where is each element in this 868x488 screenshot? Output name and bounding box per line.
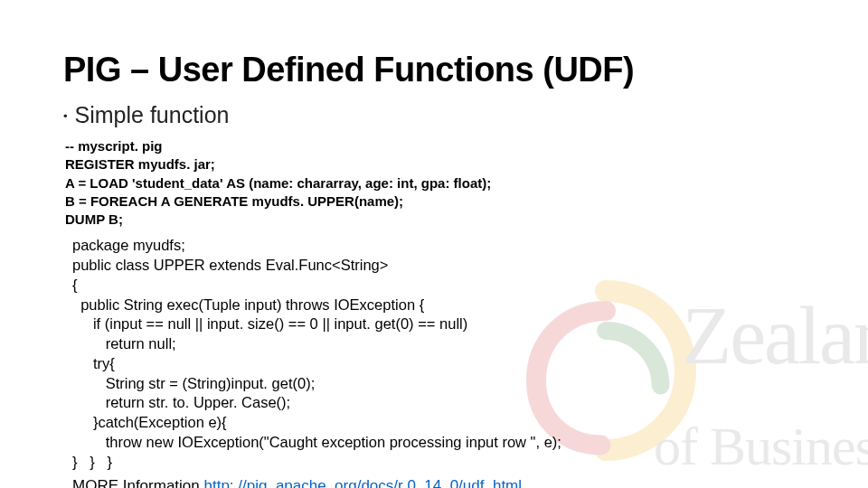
- java-code-block: package myudfs; public class UPPER exten…: [72, 236, 805, 472]
- more-info-label: MORE Information: [72, 477, 204, 488]
- more-info-link[interactable]: http: //pig. apache. org/docs/r 0. 14. 0…: [204, 477, 523, 488]
- slide-content: PIG – User Defined Functions (UDF) • Sim…: [0, 0, 868, 488]
- bullet-text: Simple function: [75, 102, 230, 128]
- bullet-item: • Simple function: [63, 102, 805, 128]
- bullet-dot-icon: •: [63, 109, 68, 123]
- slide-title: PIG – User Defined Functions (UDF): [63, 51, 805, 89]
- pig-script-block: -- myscript. pig REGISTER myudfs. jar; A…: [65, 137, 805, 229]
- more-info-line: MORE Information http: //pig. apache. or…: [72, 477, 805, 488]
